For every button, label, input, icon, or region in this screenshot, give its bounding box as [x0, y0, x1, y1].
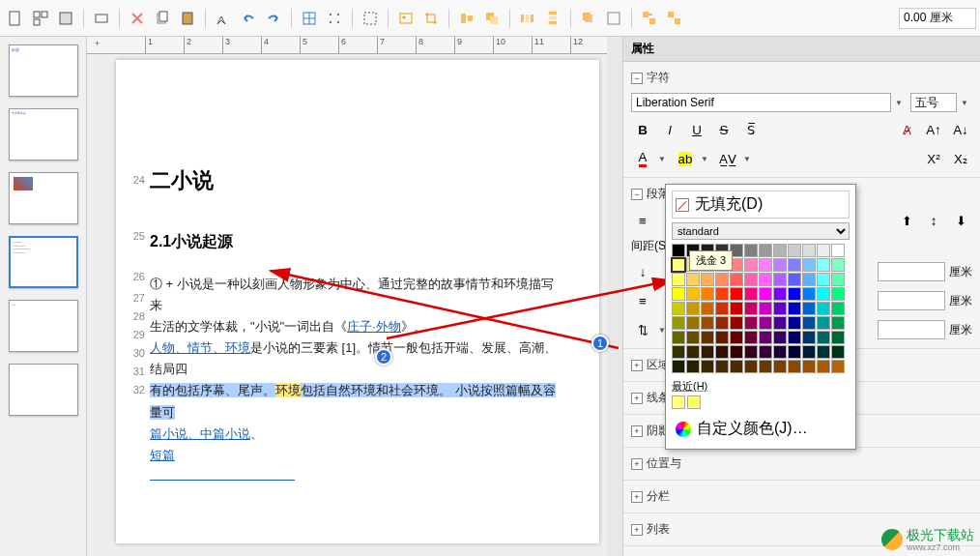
distribute-h-button[interactable]	[516, 7, 539, 30]
color-swatch[interactable]	[802, 360, 816, 373]
color-swatch[interactable]	[730, 316, 743, 330]
color-swatch[interactable]	[701, 273, 714, 286]
color-swatch[interactable]	[773, 244, 787, 257]
align-middle-button[interactable]: ↕	[922, 209, 945, 232]
align-bottom-button[interactable]: ⬇	[949, 209, 972, 232]
color-swatch[interactable]	[686, 273, 700, 286]
document-page[interactable]: 24 25 26 27 28 29 30 31 32 二小说 2.1小说起源 ①…	[116, 60, 599, 543]
color-swatch[interactable]	[831, 244, 845, 257]
color-swatch[interactable]	[759, 287, 772, 301]
no-fill-button[interactable]: 无填充(D)	[672, 190, 850, 219]
increase-font-button[interactable]: A↑	[922, 118, 945, 141]
color-swatch[interactable]	[773, 360, 787, 373]
paste-button[interactable]	[176, 7, 199, 30]
arrange-button[interactable]	[480, 7, 504, 30]
color-swatch[interactable]	[744, 331, 758, 344]
color-swatch[interactable]	[773, 345, 787, 359]
color-swatch[interactable]	[817, 316, 830, 330]
insert-image-button[interactable]	[394, 7, 418, 30]
color-swatch[interactable]	[802, 302, 816, 315]
color-swatch[interactable]	[744, 316, 758, 330]
spacing-top-input[interactable]	[878, 262, 945, 281]
color-swatch[interactable]	[831, 360, 845, 373]
color-swatch[interactable]	[744, 244, 758, 257]
color-swatch[interactable]	[788, 273, 801, 286]
decrease-font-button[interactable]: A↓	[949, 118, 972, 141]
color-swatch[interactable]	[788, 302, 801, 315]
spacing-input[interactable]	[899, 8, 976, 29]
color-swatch[interactable]	[730, 302, 743, 315]
color-swatch[interactable]	[672, 316, 685, 330]
underline-button[interactable]: U	[685, 118, 708, 141]
color-swatch[interactable]	[715, 287, 729, 301]
color-swatch[interactable]	[788, 316, 801, 330]
color-swatch[interactable]	[701, 302, 714, 315]
color-swatch[interactable]	[701, 331, 714, 344]
expand-icon[interactable]: +	[631, 491, 643, 503]
color-swatch[interactable]	[831, 273, 845, 286]
color-swatch[interactable]	[817, 345, 830, 359]
templates-button[interactable]	[29, 7, 52, 30]
color-swatch[interactable]	[817, 302, 830, 315]
thumbnail-page[interactable]	[9, 172, 78, 224]
color-swatch[interactable]	[672, 302, 685, 315]
color-swatch[interactable]	[831, 345, 845, 359]
filter-button[interactable]	[602, 7, 625, 30]
expand-icon[interactable]: +	[631, 393, 643, 404]
color-swatch[interactable]	[672, 273, 685, 286]
color-swatch[interactable]	[715, 302, 729, 315]
italic-button[interactable]: I	[658, 118, 681, 141]
ungroup-button[interactable]	[663, 7, 686, 30]
recent-color-swatch[interactable]	[687, 395, 701, 409]
color-swatch[interactable]	[672, 287, 685, 301]
color-swatch[interactable]	[744, 345, 758, 359]
clear-format-button[interactable]: A̷	[895, 118, 918, 141]
color-swatch[interactable]	[759, 331, 772, 344]
color-swatch[interactable]	[759, 273, 772, 286]
print-preview-button[interactable]	[90, 7, 113, 30]
thumbnail-page-current[interactable]: ────────────────────────	[9, 236, 78, 288]
color-swatch[interactable]	[759, 302, 772, 315]
color-swatch[interactable]	[817, 287, 830, 301]
font-color-button[interactable]: A	[631, 147, 654, 170]
new-doc-button[interactable]	[4, 7, 27, 30]
color-swatch[interactable]	[773, 302, 787, 315]
color-swatch[interactable]	[715, 345, 729, 359]
doc-body-text[interactable]: ① + 小说是一种以刻画人物形象为中心、通过完整的故事情节和环境描写来 生活的文…	[150, 274, 565, 487]
color-swatch[interactable]	[744, 258, 758, 272]
color-swatch[interactable]	[759, 360, 772, 373]
color-swatch[interactable]	[788, 244, 801, 257]
redo-button[interactable]	[262, 7, 285, 30]
palette-select[interactable]: standard	[672, 222, 850, 240]
color-swatch[interactable]	[730, 287, 743, 301]
color-swatch[interactable]	[686, 316, 700, 330]
color-swatch[interactable]	[715, 316, 729, 330]
color-swatch[interactable]	[686, 287, 700, 301]
color-swatch[interactable]	[802, 273, 816, 286]
line-spacing-button[interactable]: ⇅	[631, 318, 654, 341]
thumbnail-page[interactable]	[9, 364, 78, 416]
decrease-spacing-button[interactable]: ↓	[631, 260, 654, 283]
color-swatch[interactable]	[831, 316, 845, 330]
thumbnail-page[interactable]: 标题	[9, 44, 78, 97]
color-swatch[interactable]	[802, 287, 816, 301]
color-swatch[interactable]	[730, 331, 743, 344]
color-swatch[interactable]	[759, 244, 772, 257]
color-swatch[interactable]	[686, 360, 700, 373]
color-swatch[interactable]	[817, 258, 830, 272]
color-swatch[interactable]	[773, 287, 787, 301]
color-swatch[interactable]	[817, 244, 830, 257]
snap-button[interactable]	[323, 7, 346, 30]
color-swatch[interactable]	[802, 316, 816, 330]
expand-icon[interactable]: +	[631, 425, 643, 437]
custom-color-button[interactable]: 自定义颜色(J)…	[672, 415, 850, 443]
highlight-button[interactable]: ab	[674, 147, 697, 170]
collapse-icon[interactable]: −	[631, 189, 643, 200]
align-top-button[interactable]: ⬆	[895, 209, 918, 232]
doc-heading-2[interactable]: 2.1小说起源	[150, 232, 565, 252]
color-swatch[interactable]	[759, 345, 772, 359]
expand-icon[interactable]: +	[631, 360, 643, 371]
collapse-icon[interactable]: −	[631, 73, 643, 84]
color-swatch[interactable]	[802, 331, 816, 344]
color-swatch[interactable]	[744, 360, 758, 373]
